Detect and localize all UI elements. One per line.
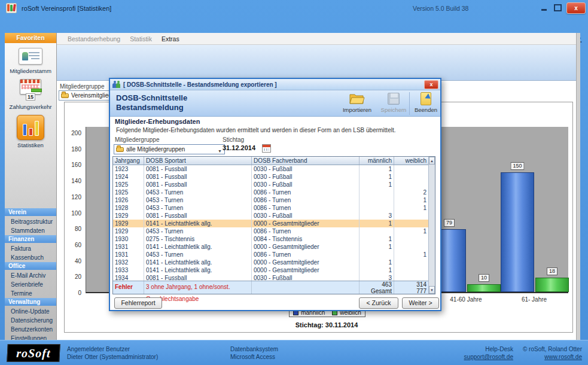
table-cell: 1931: [113, 251, 144, 258]
club-bar: ▼ TSV Musterverein e.V. Mitglieder: 308 …: [0, 17, 588, 33]
table-row[interactable]: 19310141 - Leichtathletik allg.0000 - Ge…: [113, 243, 435, 251]
table-cell: 0141 - Leichtathletik allg.: [144, 220, 252, 227]
table-row[interactable]: 19300275 - Tischtennis0084 - Tischtennis…: [113, 235, 435, 243]
y-axis-tick: 20: [59, 273, 81, 280]
sidebar-item-label: Mitgliederstamm: [5, 68, 56, 74]
stichtag-label: Stichtag: [223, 136, 244, 143]
beenden-button[interactable]: Beenden: [413, 92, 439, 113]
sidebar-item-faktura[interactable]: Faktura: [5, 244, 56, 253]
scroll-down-arrow[interactable]: ▼: [429, 286, 435, 294]
close-icon: x: [574, 5, 578, 11]
weiter-button[interactable]: Weiter >: [402, 297, 439, 309]
sidebar-item-beitragsstruktur[interactable]: Beitragsstruktur: [5, 217, 56, 226]
sidebar-item-serienbriefe[interactable]: Serienbriefe: [5, 280, 56, 289]
table-cell: 1929: [113, 227, 144, 235]
y-axis-tick: 200: [59, 130, 81, 136]
erhebungsdaten-table: JahrgangDOSB SportartDOSB Fachverbandmän…: [112, 156, 435, 294]
table-cell: 1924: [113, 173, 144, 181]
table-row[interactable]: 19260453 - Turnen0086 - Turnen1: [113, 196, 435, 204]
table-cell: 2: [394, 188, 429, 196]
scroll-up-arrow[interactable]: ▲: [429, 157, 435, 165]
table-row[interactable]: 19320141 - Leichtathletik allg.0000 - Ge…: [113, 258, 435, 266]
sidebar-item-zahlungsverkehr[interactable]: 15Zahlungsverkehr: [5, 79, 56, 110]
sidebar-item-online-update[interactable]: Online-Update: [5, 307, 56, 316]
sidebar-item-benutzerkonten[interactable]: Benutzerkonten: [5, 325, 56, 334]
minimize-icon: [541, 9, 547, 11]
sidebar-item-mitgliederstamm[interactable]: Mitgliederstamm: [5, 48, 56, 74]
table-cell: [394, 266, 429, 274]
table-cell: 0086 - Turnen: [252, 188, 359, 196]
menu-item-extras[interactable]: Extras: [162, 33, 179, 45]
table-row[interactable]: 19310453 - Turnen0086 - Turnen1: [113, 251, 435, 258]
table-row[interactable]: 19290453 - Turnen0086 - Turnen1: [113, 227, 435, 235]
dialog-close-button[interactable]: x: [424, 80, 438, 89]
table-cell: 0141 - Leichtathletik allg.: [144, 243, 252, 251]
table-cell: [359, 251, 394, 258]
sidebar-item-label: Zahlungsverkehr: [5, 104, 56, 110]
table-cell: 0086 - Turnen: [252, 204, 359, 212]
column-header-dosb-sportart[interactable]: DOSB Sportart: [144, 157, 252, 165]
table-row[interactable]: 19250453 - Turnen0086 - Turnen2: [113, 188, 435, 196]
total-maennlich: 463Gesamt: [359, 281, 394, 294]
fehlerreport-button[interactable]: Fehlerreport: [114, 297, 162, 309]
sidebar-item-termine[interactable]: Termine: [5, 289, 56, 298]
bar-weiblich-61-jahre: [535, 278, 569, 292]
menu-item-statistik[interactable]: Statistik: [130, 33, 152, 45]
column-header-männlich[interactable]: männlich: [359, 157, 394, 165]
website-link[interactable]: www.rosoft.de: [462, 353, 582, 361]
table-row[interactable]: 19330141 - Leichtathletik allg.0000 - Ge…: [113, 266, 435, 274]
table-cell: 0081 - Fussball: [144, 173, 252, 181]
table-row[interactable]: 19290081 - Fussball0030 - Fußball3: [113, 212, 435, 220]
table-row[interactable]: 19230081 - Fussball0030 - Fußball1: [113, 165, 435, 173]
table-cell: 1: [359, 235, 394, 243]
close-window-button[interactable]: x: [566, 2, 586, 14]
status-footer: roSoft Angemeldeter Benutzer Dieter Otte…: [0, 340, 588, 365]
sidebar-section-finanzen: Finanzen: [5, 235, 56, 243]
y-axis-tick: 180: [59, 146, 81, 153]
maximize-button[interactable]: [554, 4, 562, 11]
table-cell: 1: [359, 165, 394, 173]
sidebar-item-label: Statistiken: [5, 142, 56, 148]
section-description: Folgende Mitglieder-Erhebungsdaten wurde…: [116, 127, 395, 133]
table-cell: 0453 - Turnen: [144, 188, 252, 196]
toolbar-separator: [409, 92, 410, 115]
table-scrollbar[interactable]: ▲▼: [428, 157, 435, 294]
sidebar-item-stammdaten[interactable]: Stammdaten: [5, 226, 56, 235]
sidebar-item-statistiken[interactable]: Statistiken: [5, 115, 56, 148]
table-cell: 0000 - Gesamtmitglieder: [252, 266, 359, 274]
table-cell: 1: [359, 181, 394, 188]
column-header-dosb-fachverband[interactable]: DOSB Fachverband: [252, 157, 359, 165]
stichtag-date-field[interactable]: 31.12.2014: [223, 144, 255, 151]
table-cell: 1: [394, 227, 429, 235]
table-row[interactable]: 19250081 - Fussball0030 - Fußball1: [113, 181, 435, 188]
sidebar-item-datensicherung[interactable]: Datensicherung: [5, 316, 56, 325]
table-cell: 0086 - Turnen: [252, 227, 359, 235]
table-cell: 0275 - Tischtennis: [144, 235, 252, 243]
table-cell: [394, 258, 429, 266]
sidebar-item-kassenbuch[interactable]: Kassenbuch: [5, 253, 56, 262]
column-header-jahrgang[interactable]: Jahrgang: [113, 157, 144, 165]
error-text: 3 ohne Jahrgang, 1 ohne/sonst. Geschlech…: [144, 281, 252, 294]
scrollbar-strip[interactable]: [576, 33, 580, 340]
column-header-weiblich[interactable]: weiblich: [394, 157, 429, 165]
bar-value-label: 18: [547, 267, 557, 275]
sidebar-item-e-mail-archiv[interactable]: E-Mail Archiv: [5, 271, 56, 280]
table-cell: 1925: [113, 188, 144, 196]
table-cell: 1: [359, 173, 394, 181]
zurueck-button[interactable]: < Zurück: [359, 297, 398, 309]
database-system: Datenbanksystem Microsoft Access: [230, 345, 278, 361]
calendar-icon[interactable]: [262, 144, 271, 153]
speichern-button[interactable]: Speichern: [379, 92, 408, 113]
minimize-button[interactable]: [540, 4, 549, 12]
importieren-button[interactable]: Importieren: [339, 92, 375, 113]
total-weiblich: 314777: [394, 281, 429, 294]
table-row[interactable]: 19240081 - Fussball0030 - Fußball1: [113, 173, 435, 181]
menu-item-bestandserhebung[interactable]: Bestandserhebung: [68, 33, 120, 45]
table-cell: [359, 196, 394, 204]
table-cell: 1926: [113, 196, 144, 204]
table-row[interactable]: 19290141 - Leichtathletik allg.0000 - Ge…: [113, 220, 435, 227]
table-row[interactable]: 19280453 - Turnen0086 - Turnen1: [113, 204, 435, 212]
window-title: roSoft Vereinsprofi [Statistiken]: [22, 5, 111, 12]
sidebar-section-office: Office: [5, 262, 56, 270]
mitgliedergruppe-select[interactable]: alle Mitgliedergruppen ▼: [114, 144, 225, 154]
